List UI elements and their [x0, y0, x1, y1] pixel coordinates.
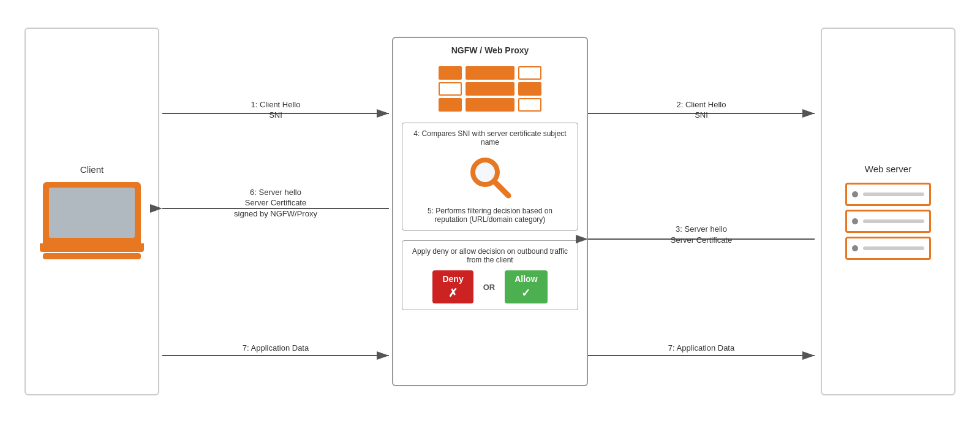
- laptop-foot: [43, 253, 141, 259]
- rack-row-1: [423, 66, 557, 80]
- webserver-label: Web server: [865, 164, 911, 174]
- rack-unit: [439, 98, 462, 112]
- rack-unit: [439, 82, 462, 96]
- ngfw-title: NGFW / Web Proxy: [451, 45, 529, 55]
- rack-unit: [518, 82, 541, 96]
- or-text: OR: [483, 283, 496, 292]
- server-unit-1: [845, 183, 931, 206]
- client-label: Client: [80, 164, 104, 175]
- laptop-screen-outer: [43, 182, 141, 243]
- rack-unit: [518, 98, 541, 112]
- allow-button[interactable]: Allow ✓: [505, 270, 547, 303]
- server-bar: [863, 246, 924, 250]
- laptop-screen-inner: [49, 188, 135, 238]
- server-unit-2: [845, 210, 931, 233]
- decision-label: Apply deny or allow decision on outbound…: [411, 247, 569, 264]
- diagram-container: Client NGFW / Web Proxy: [0, 0, 980, 423]
- decision-box: Apply deny or allow decision on outbound…: [402, 240, 578, 310]
- laptop-base: [40, 243, 144, 252]
- decision-buttons: Deny ✗ OR Allow ✓: [432, 270, 547, 303]
- rack-unit: [466, 66, 514, 80]
- deny-icon: ✗: [448, 286, 458, 300]
- center-panel: NGFW / Web Proxy: [159, 28, 821, 395]
- server-bar: [863, 192, 924, 196]
- rack-row-3: [423, 98, 557, 112]
- server-bar: [863, 219, 924, 223]
- allow-icon: ✓: [521, 286, 530, 300]
- client-panel: Client: [24, 28, 159, 395]
- ngfw-panel: NGFW / Web Proxy: [392, 37, 588, 386]
- rack-row-2: [423, 82, 557, 96]
- server-dot: [852, 218, 858, 224]
- server-stack-icon: [845, 183, 931, 260]
- server-dot: [852, 191, 858, 197]
- server-rack-icon: [423, 66, 557, 112]
- deny-button[interactable]: Deny ✗: [432, 270, 473, 303]
- step4-box: 4: Compares SNI with server certificate …: [402, 123, 578, 231]
- svg-line-1: [494, 181, 508, 196]
- webserver-panel: Web server: [821, 28, 956, 395]
- magnifier-icon: [468, 155, 512, 199]
- rack-unit: [466, 82, 514, 96]
- deny-label: Deny: [442, 274, 463, 284]
- allow-label: Allow: [514, 274, 537, 284]
- laptop-icon: [43, 182, 141, 259]
- rack-unit: [439, 66, 462, 80]
- magnifier-svg: [468, 155, 512, 199]
- step5-label: 5: Performs filtering decision based on …: [411, 207, 569, 224]
- step4-label: 4: Compares SNI with server certificate …: [411, 129, 569, 147]
- server-unit-3: [845, 237, 931, 260]
- rack-unit: [466, 98, 514, 112]
- rack-unit: [518, 66, 541, 80]
- server-dot: [852, 245, 858, 251]
